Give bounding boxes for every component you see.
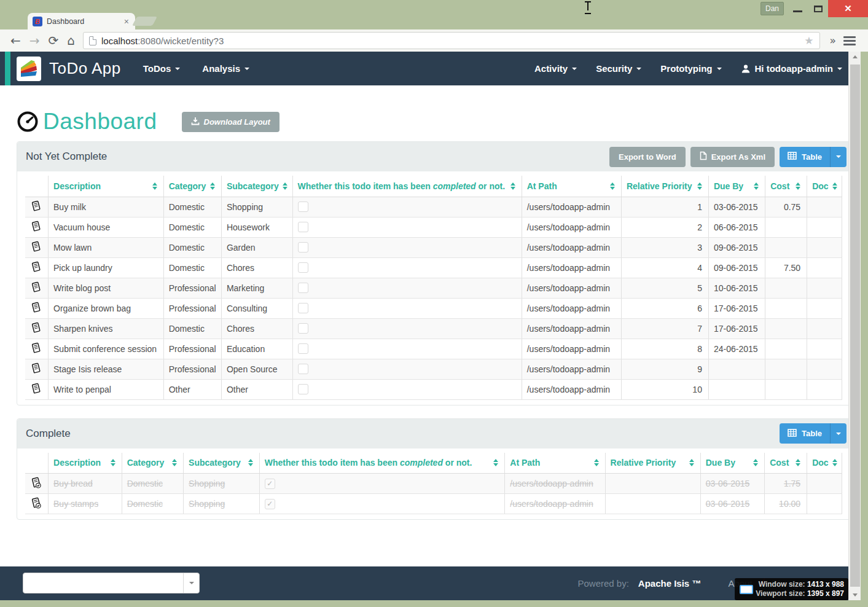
column-subcategory[interactable]: Subcategory xyxy=(221,176,292,197)
page-scrollbar[interactable] xyxy=(848,52,861,600)
sort-icon[interactable] xyxy=(796,182,800,190)
todo-table-row[interactable]: Stage Isis release Professional Open Sou… xyxy=(25,359,842,379)
column-at-path[interactable]: At Path xyxy=(505,453,605,474)
app-logo-icon[interactable] xyxy=(17,57,41,81)
home-icon[interactable]: ⌂ xyxy=(67,34,75,47)
cell-description[interactable]: Buy bread xyxy=(49,474,122,494)
cell-description[interactable]: Organize brown bag xyxy=(49,298,164,318)
table-view-button[interactable]: Table xyxy=(780,423,846,444)
sort-icon[interactable] xyxy=(689,459,694,466)
menu-prototyping[interactable]: Prototyping xyxy=(660,63,721,74)
not-yet-complete-table: Description Category Subcategory Whether… xyxy=(25,176,842,400)
sort-icon[interactable] xyxy=(610,182,615,190)
browser-tab-dashboard[interactable]: B Dashboard × xyxy=(28,13,135,29)
sort-icon[interactable] xyxy=(753,459,758,466)
sort-icon[interactable] xyxy=(832,459,837,466)
apache-isis-link[interactable]: Apache Isis ™ xyxy=(638,578,702,589)
export-to-word-button[interactable]: Export to Word xyxy=(609,147,686,167)
todo-table-row-complete[interactable]: Buy bread Domestic Shopping ✓ /users/tod… xyxy=(25,474,842,494)
cell-description[interactable]: Submit conference session xyxy=(49,339,164,359)
cell-description[interactable]: Write to penpal xyxy=(49,379,164,399)
sort-icon[interactable] xyxy=(152,182,157,190)
column-cost[interactable]: Cost xyxy=(765,453,807,474)
brand-title[interactable]: ToDo App xyxy=(49,59,121,78)
scrollbar-down-icon[interactable] xyxy=(849,590,861,600)
sort-icon[interactable] xyxy=(510,182,515,190)
menu-activity[interactable]: Activity xyxy=(534,63,577,74)
export-as-xml-button[interactable]: Export As Xml xyxy=(690,147,775,167)
table-view-caret[interactable] xyxy=(830,423,846,444)
todo-table-row-complete[interactable]: Buy stamps Domestic Shopping ✓ /users/to… xyxy=(25,494,842,514)
user-menu[interactable]: Hi todoapp-admin xyxy=(741,63,843,74)
todo-table-row[interactable]: Mow lawn Domestic Garden /users/todoapp-… xyxy=(25,237,842,257)
todo-table-row[interactable]: Submit conference session Professional E… xyxy=(25,339,842,359)
table-view-button[interactable]: Table xyxy=(780,147,846,167)
sort-icon[interactable] xyxy=(754,182,759,190)
column-cost[interactable]: Cost xyxy=(765,176,807,197)
cell-description[interactable]: Vacuum house xyxy=(49,217,164,237)
address-bar[interactable]: localhost:8080/wicket/entity?3 ★ xyxy=(83,32,820,49)
cell-description[interactable]: Write blog post xyxy=(49,278,164,298)
download-layout-button[interactable]: Download Layout xyxy=(182,112,280,132)
table-view-caret[interactable] xyxy=(830,147,846,167)
forward-icon[interactable]: → xyxy=(29,34,40,47)
user-icon xyxy=(741,64,751,74)
column-category[interactable]: Category xyxy=(122,453,183,474)
cell-description[interactable]: Stage Isis release xyxy=(49,359,164,379)
cell-relative-priority: 10 xyxy=(621,379,708,399)
column-due-by[interactable]: Due By xyxy=(708,176,765,197)
column-doc[interactable]: Doc xyxy=(807,453,842,474)
cell-description[interactable]: Sharpen knives xyxy=(49,318,164,339)
column-subcategory[interactable]: Subcategory xyxy=(184,453,260,474)
browser-profile-button[interactable]: Dan xyxy=(760,2,784,15)
scrollbar-thumb[interactable] xyxy=(850,65,860,587)
tab-close-icon[interactable]: × xyxy=(123,17,130,26)
reload-icon[interactable]: ⟳ xyxy=(49,34,59,47)
todo-table-row[interactable]: Write to penpal Other Other /users/todoa… xyxy=(25,379,842,399)
menu-security[interactable]: Security xyxy=(596,63,641,74)
column-relative-priority[interactable]: Relative Priority xyxy=(605,453,700,474)
column-relative-priority[interactable]: Relative Priority xyxy=(621,176,708,197)
back-icon[interactable]: ← xyxy=(10,34,21,47)
theme-select[interactable] xyxy=(23,573,200,593)
column-description[interactable]: Description xyxy=(49,176,164,197)
cell-description[interactable]: Pick up laundry xyxy=(49,257,164,278)
todo-table-row[interactable]: Vacuum house Domestic Housework /users/t… xyxy=(25,217,842,237)
menu-todos[interactable]: ToDos xyxy=(143,63,181,74)
select-caret-icon[interactable] xyxy=(183,573,199,593)
sort-icon[interactable] xyxy=(111,459,115,466)
todo-table-row[interactable]: Pick up laundry Domestic Chores /users/t… xyxy=(25,257,842,278)
sort-icon[interactable] xyxy=(283,182,287,190)
sort-icon[interactable] xyxy=(697,182,702,190)
todo-table-row[interactable]: Buy milk Domestic Shopping /users/todoap… xyxy=(25,197,842,217)
column-completed[interactable]: Whether this todo item has been complete… xyxy=(292,176,522,197)
extensions-overflow-icon[interactable]: » xyxy=(830,34,836,47)
column-description[interactable]: Description xyxy=(49,453,122,474)
sort-icon[interactable] xyxy=(493,459,498,466)
column-category[interactable]: Category xyxy=(163,176,221,197)
sort-icon[interactable] xyxy=(210,182,215,190)
todo-table-row[interactable]: Sharpen knives Domestic Chores /users/to… xyxy=(25,318,842,339)
todo-table-row[interactable]: Write blog post Professional Marketing /… xyxy=(25,278,842,298)
column-at-path[interactable]: At Path xyxy=(522,176,621,197)
bookmark-star-icon[interactable]: ★ xyxy=(804,34,813,47)
sort-icon[interactable] xyxy=(248,459,253,466)
column-doc[interactable]: Doc xyxy=(807,176,842,197)
cell-description[interactable]: Buy stamps xyxy=(49,494,122,514)
sort-icon[interactable] xyxy=(594,459,599,466)
cell-description[interactable]: Mow lawn xyxy=(49,237,164,257)
menu-analysis[interactable]: Analysis xyxy=(202,63,249,74)
window-close-button[interactable]: ✕ xyxy=(828,0,868,17)
column-completed[interactable]: Whether this todo item has been complete… xyxy=(259,453,505,474)
sort-icon[interactable] xyxy=(796,459,800,466)
new-tab-button[interactable] xyxy=(132,17,157,26)
todo-table-row[interactable]: Organize brown bag Professional Consulti… xyxy=(25,298,842,318)
column-due-by[interactable]: Due By xyxy=(700,453,764,474)
window-maximize-button[interactable] xyxy=(808,0,828,17)
cell-description[interactable]: Buy milk xyxy=(49,197,164,217)
sort-icon[interactable] xyxy=(832,182,837,190)
browser-menu-icon[interactable] xyxy=(843,36,856,45)
scrollbar-up-icon[interactable] xyxy=(849,52,861,62)
sort-icon[interactable] xyxy=(172,459,177,466)
window-minimize-button[interactable] xyxy=(788,0,807,17)
